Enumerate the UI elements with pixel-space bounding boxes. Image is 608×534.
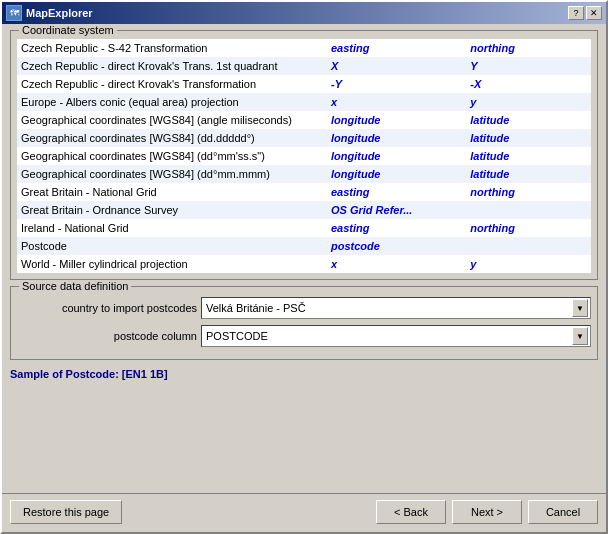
- table-row[interactable]: Geographical coordinates [WGS84] (dd.ddd…: [17, 129, 591, 147]
- coord-col3: [466, 237, 591, 255]
- postcode-row: postcode column POSTCODE ▼: [17, 325, 591, 347]
- table-row[interactable]: Great Britain - Ordnance SurveyOS Grid R…: [17, 201, 591, 219]
- coord-col2: x: [327, 255, 466, 273]
- table-row[interactable]: Great Britain - National Grideastingnort…: [17, 183, 591, 201]
- table-row[interactable]: Europe - Albers conic (equal area) proje…: [17, 93, 591, 111]
- coord-col2: easting: [327, 39, 466, 57]
- coord-name: Czech Republic - direct Krovak's Transfo…: [17, 75, 327, 93]
- country-row: country to import postcodes Velká Britán…: [17, 297, 591, 319]
- coord-name: Great Britain - National Grid: [17, 183, 327, 201]
- table-row[interactable]: Geographical coordinates [WGS84] (dd°mm'…: [17, 147, 591, 165]
- footer: Restore this page < Back Next > Cancel: [2, 496, 606, 532]
- coordinate-system-group: Coordinate system Czech Republic - S-42 …: [10, 30, 598, 280]
- coord-name: Europe - Albers conic (equal area) proje…: [17, 93, 327, 111]
- coordinate-system-label: Coordinate system: [19, 24, 117, 36]
- coord-col2: X: [327, 57, 466, 75]
- coordinate-table-wrapper[interactable]: Czech Republic - S-42 Transformationeast…: [17, 39, 591, 273]
- coord-col2: longitude: [327, 129, 466, 147]
- coord-col2: OS Grid Refer...: [327, 201, 466, 219]
- postcode-value: POSTCODE: [206, 330, 268, 342]
- footer-separator: [2, 493, 606, 494]
- country-combo-arrow: ▼: [572, 299, 588, 317]
- coord-name: Czech Republic - S-42 Transformation: [17, 39, 327, 57]
- help-button[interactable]: ?: [568, 6, 584, 20]
- next-button[interactable]: Next >: [452, 500, 522, 524]
- coord-col3: latitude: [466, 111, 591, 129]
- postcode-label: postcode column: [17, 330, 197, 342]
- cancel-button[interactable]: Cancel: [528, 500, 598, 524]
- footer-right: < Back Next > Cancel: [376, 500, 598, 524]
- coord-col3: -X: [466, 75, 591, 93]
- sample-postcode: Sample of Postcode: [EN1 1B]: [10, 366, 598, 382]
- coord-col3: northing: [466, 219, 591, 237]
- coord-col2: easting: [327, 183, 466, 201]
- coord-name: Geographical coordinates [WGS84] (dd.ddd…: [17, 129, 327, 147]
- coord-col3: y: [466, 93, 591, 111]
- coord-col3: northing: [466, 183, 591, 201]
- coord-col2: longitude: [327, 147, 466, 165]
- coordinate-table: Czech Republic - S-42 Transformationeast…: [17, 39, 591, 273]
- source-definition-label: Source data definition: [19, 280, 131, 292]
- country-combo[interactable]: Velká Británie - PSČ ▼: [201, 297, 591, 319]
- coord-col3: latitude: [466, 165, 591, 183]
- coord-col3: latitude: [466, 147, 591, 165]
- table-row[interactable]: Geographical coordinates [WGS84] (angle …: [17, 111, 591, 129]
- window-title: MapExplorer: [26, 7, 93, 19]
- coord-name: Geographical coordinates [WGS84] (angle …: [17, 111, 327, 129]
- coord-col2: easting: [327, 219, 466, 237]
- main-content: Coordinate system Czech Republic - S-42 …: [2, 24, 606, 491]
- coord-name: World - Miller cylindrical projection: [17, 255, 327, 273]
- coord-col2: x: [327, 93, 466, 111]
- table-row[interactable]: Czech Republic - direct Krovak's Trans. …: [17, 57, 591, 75]
- coord-col3: northing: [466, 39, 591, 57]
- main-window: 🗺 MapExplorer ? ✕ Coordinate system Czec…: [0, 0, 608, 534]
- postcode-combo[interactable]: POSTCODE ▼: [201, 325, 591, 347]
- coord-name: Great Britain - Ordnance Survey: [17, 201, 327, 219]
- coord-col2: longitude: [327, 111, 466, 129]
- table-row[interactable]: Geographical coordinates [WGS84] (dd°mm.…: [17, 165, 591, 183]
- country-value: Velká Británie - PSČ: [206, 302, 306, 314]
- back-button[interactable]: < Back: [376, 500, 446, 524]
- table-row[interactable]: Ireland - National Grideastingnorthing: [17, 219, 591, 237]
- coord-col2: longitude: [327, 165, 466, 183]
- app-icon: 🗺: [6, 5, 22, 21]
- coord-name: Geographical coordinates [WGS84] (dd°mm'…: [17, 147, 327, 165]
- coord-col3: Y: [466, 57, 591, 75]
- source-definition-group: Source data definition country to import…: [10, 286, 598, 360]
- country-label: country to import postcodes: [17, 302, 197, 314]
- close-button[interactable]: ✕: [586, 6, 602, 20]
- coord-name: Geographical coordinates [WGS84] (dd°mm.…: [17, 165, 327, 183]
- title-bar-left: 🗺 MapExplorer: [6, 5, 93, 21]
- coord-name: Czech Republic - direct Krovak's Trans. …: [17, 57, 327, 75]
- coord-name: Postcode: [17, 237, 327, 255]
- footer-left: Restore this page: [10, 500, 376, 524]
- coord-col2: -Y: [327, 75, 466, 93]
- restore-button[interactable]: Restore this page: [10, 500, 122, 524]
- coord-col2: postcode: [327, 237, 466, 255]
- table-row[interactable]: World - Miller cylindrical projectionxy: [17, 255, 591, 273]
- postcode-combo-arrow: ▼: [572, 327, 588, 345]
- coord-col3: y: [466, 255, 591, 273]
- title-buttons: ? ✕: [568, 6, 602, 20]
- coord-col3: latitude: [466, 129, 591, 147]
- coord-name: Ireland - National Grid: [17, 219, 327, 237]
- table-row[interactable]: Czech Republic - direct Krovak's Transfo…: [17, 75, 591, 93]
- coord-col3: [466, 201, 591, 219]
- table-row[interactable]: Postcodepostcode: [17, 237, 591, 255]
- title-bar: 🗺 MapExplorer ? ✕: [2, 2, 606, 24]
- table-row[interactable]: Czech Republic - S-42 Transformationeast…: [17, 39, 591, 57]
